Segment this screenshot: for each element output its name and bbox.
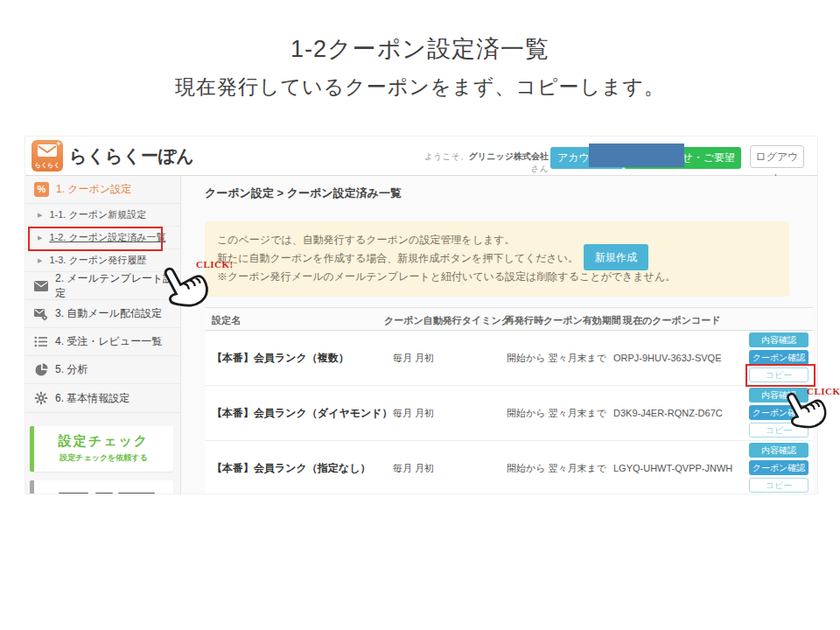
issue-timing: 毎月 月初 [393,462,434,475]
sidebar: % 1. クーポン設定 ▶ 1-1. クーポン新規設定 ▶ 1-2. クーポン設… [25,176,181,494]
notice-line: 新たに自動クーポンを作成する場合、新規作成ボタンを押下してください。 [217,249,777,268]
welcome-prefix: ようこそ、 [424,151,469,161]
setting-name: 【本番】会員ランク（指定なし） [212,461,370,476]
create-new-button[interactable]: 新規作成 [584,244,648,270]
sidebar-item-basic-settings[interactable]: 6. 基本情報設定 [25,384,180,413]
sidebar-item-analytics[interactable]: 5. 分析 [25,356,180,384]
sidebar-item-label: 5. 分析 [55,362,88,377]
sidebar-item-label: 3. 自動メール配信設定 [55,306,162,321]
clipped-text [118,493,155,494]
clipped-text [95,493,113,494]
row-actions: 内容確認 クーポン確認 コピー [749,332,808,382]
coupon-code: LGYQ-UHWT-QVPP-JNWH [613,463,732,473]
copy-button[interactable]: コピー [749,368,808,382]
coupon-code: D3K9-J4ER-RQNZ-D67C [613,408,723,418]
click-annotation: CLICK! [807,386,840,396]
valid-period: 開始から 翌々月末まで [507,352,606,365]
notice-line: このページでは、自動発行するクーポンの設定管理をします。 [217,231,777,249]
setting-name: 【本番】会員ランク（ダイヤモンド） [212,406,393,421]
clipped-text [59,493,88,494]
mail-icon [38,144,57,157]
issue-timing: 毎月 月初 [393,352,434,365]
page-title: 1-2クーポン設定済一覧 [0,33,840,65]
issue-timing: 毎月 月初 [393,407,434,420]
sidebar-item-coupon-history[interactable]: ▶ 1-3. クーポン発行履歴 [25,249,180,272]
redaction-overlay [589,144,684,167]
table-row: 【本番】会員ランク（ダイヤモンド） 毎月 月初 開始から 翌々月末まで D3K9… [205,386,813,441]
logout-button[interactable]: ログアウト [750,145,804,168]
sidebar-item-label: 6. 基本情報設定 [55,391,130,406]
valid-period: 開始から 翌々月末まで [507,462,606,475]
brand-name: らくらくーぽん [69,144,194,168]
detail-check-button[interactable]: 内容確認 [749,332,808,347]
welcome-suffix: さん [531,164,549,173]
column-header: 現在のクーポンコード [623,314,721,327]
copy-button[interactable]: コピー [749,478,808,493]
settings-check-card[interactable]: 設定チェック 設定チェックを依頼する [30,426,173,472]
contact-button-label: せ・ご要望 [682,151,735,164]
slide: 1-2クーポン設定済一覧 現在発行しているクーポンをまず、コピーします。 らくら… [0,0,840,630]
table-row: 【本番】会員ランク（複数） 毎月 月初 開始から 翌々月末まで ORPJ-9HU… [205,331,813,386]
partial-card [30,480,173,494]
click-annotation: CLICK! [196,259,234,270]
app-screenshot: らくらく らくらくーぽん ようこそ、グリニッジ株式会社さん アカウン せ・ご要望… [24,136,818,494]
notice-box: このページでは、自動発行するクーポンの設定管理をします。 新たに自動クーポンを作… [205,221,789,297]
breadcrumb[interactable]: クーポン設定 > クーポン設定済み一覧 [205,186,402,201]
page-subtitle: 現在発行しているクーポンをまず、コピーします。 [0,74,840,101]
sidebar-item-label: 4. 受注・レビュー一覧 [55,334,162,349]
sidebar-item-label: 1. クーポン設定 [56,182,131,197]
main-content: クーポン設定 > クーポン設定済み一覧 このページでは、自動発行するクーポンの設… [181,176,817,494]
sidebar-item-label: 1-1. クーポン新規設定 [49,208,146,221]
sidebar-item-label: 1-3. クーポン発行履歴 [49,254,146,267]
list-icon [34,335,48,349]
row-actions: 内容確認 クーポン確認 コピー [749,443,808,493]
arrow-icon: ▶ [38,257,42,264]
detail-check-button[interactable]: 内容確認 [749,443,808,458]
coupon-check-button[interactable]: クーポン確認 [749,350,808,365]
sidebar-item-auto-mail[interactable]: 3. 自動メール配信設定 [25,300,180,328]
sidebar-item-coupon-configured-list[interactable]: ▶ 1-2. クーポン設定済み一覧 [25,227,180,249]
logo-text: らくらく [32,161,63,170]
gear-icon [34,391,48,405]
company-name: グリニッジ株式会社 [469,151,549,161]
settings-check-subtitle: 設定チェックを依頼する [34,452,173,464]
table-header-row: 設定名 クーポン自動発行タイミング 再発行時クーポン有効期間 現在のクーポンコー… [205,308,813,331]
coupon-code: ORPJ-9HUV-363J-SVQE [613,353,721,363]
table-row: 【本番】会員ランク（指定なし） 毎月 月初 開始から 翌々月末まで LGYQ-U… [205,441,813,494]
mail-settings-icon [34,307,48,321]
arrow-icon: ▶ [38,212,42,219]
sidebar-item-coupon-new[interactable]: ▶ 1-1. クーポン新規設定 [25,204,180,227]
arrow-icon: ▶ [38,234,42,242]
app-logo: らくらく [32,140,63,172]
coupon-check-button[interactable]: クーポン確認 [749,460,808,475]
coupon-table: 設定名 クーポン自動発行タイミング 再発行時クーポン有効期間 現在のクーポンコー… [205,307,813,494]
column-header: クーポン自動発行タイミング [384,314,511,327]
pie-chart-icon [34,363,48,377]
sidebar-item-orders-reviews[interactable]: 4. 受注・レビュー一覧 [25,328,180,356]
column-header: 再発行時クーポン有効期間 [505,314,621,327]
notice-line: ※クーポン発行メールのメールテンプレートと紐付いている設定は削除することができま… [217,268,777,286]
app-header: らくらく らくらくーぽん ようこそ、グリニッジ株式会社さん アカウン せ・ご要望… [25,136,817,176]
setting-name: 【本番】会員ランク（複数） [212,351,349,366]
valid-period: 開始から 翌々月末まで [507,407,606,420]
mail-icon [34,279,48,293]
sidebar-item-label: 1-2. クーポン設定済み一覧 [49,231,165,244]
sidebar-item-coupon-settings[interactable]: % 1. クーポン設定 [25,176,180,204]
settings-check-title: 設定チェック [34,433,173,450]
column-header: 設定名 [212,314,241,327]
welcome-message: ようこそ、グリニッジ株式会社さん [417,150,549,175]
percent-icon: % [34,182,49,197]
